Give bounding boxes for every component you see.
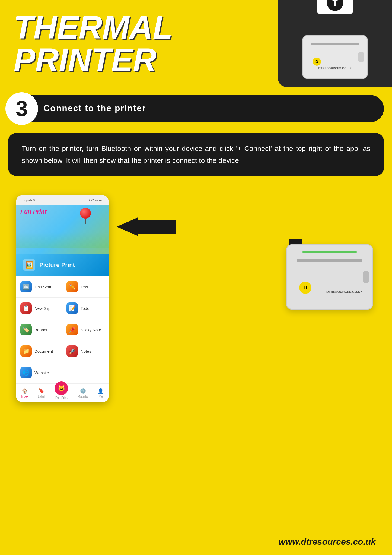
notes-label: Notes — [81, 349, 91, 354]
app-item-notes[interactable]: 🚀 Notes — [62, 340, 109, 362]
banner-label: Banner — [34, 327, 47, 332]
website-url: www.dtresources.co.uk — [279, 537, 376, 547]
printer-d-logo: D — [313, 58, 321, 66]
material-icon: ⚙️ — [80, 388, 86, 394]
nav-index[interactable]: 🏠 Index — [21, 388, 28, 398]
app-grid: 🔤 Text Scan ✏️ Text 📋 New Slip 📝 Todo 🏷️… — [16, 276, 109, 383]
todo-icon: 📝 — [66, 302, 78, 314]
index-icon: 🏠 — [22, 388, 28, 394]
app-item-new-slip[interactable]: 📋 New Slip — [16, 298, 62, 319]
description-box: Turn on the printer, turn Bluetooth on w… — [8, 133, 384, 176]
balloon-icon — [79, 208, 92, 224]
website-icon: 🌐 — [20, 367, 32, 378]
arrow-left-icon — [117, 217, 176, 236]
nav-me-label: Me — [99, 395, 103, 398]
printer-br-d-logo: D — [299, 282, 311, 294]
label-icon: 🔖 — [39, 388, 44, 394]
new-slip-icon: 📋 — [20, 302, 32, 314]
todo-label: Todo — [81, 306, 90, 311]
fun-print-logo: Fun Print — [20, 208, 47, 215]
nav-fun-print-label: Fun Print — [55, 396, 68, 399]
phone-mockup: English ∨ + Connect Fun Print 🖼️ Picture… — [16, 195, 109, 402]
website-label: Website — [34, 370, 49, 375]
text-scan-label: Text Scan — [34, 285, 52, 289]
printer-bottom-image: D DTRESOURCES.CO.UK — [278, 244, 381, 326]
printer-top-image: T D DTRESOURCES.CO.UK — [278, 0, 392, 87]
printer-paper-slot — [297, 259, 362, 262]
fun-print-cat-icon: 🐱 — [58, 385, 65, 392]
text-label: Text — [81, 285, 88, 289]
picture-print-icon: 🖼️ — [23, 259, 35, 271]
phone-bottom-nav: 🏠 Index 🔖 Label 🐱 Fun Print ⚙️ Material … — [16, 383, 109, 402]
page-title: THERMAL PRINTER — [14, 11, 173, 76]
app-item-todo[interactable]: 📝 Todo — [62, 298, 109, 319]
printer-t-logo: T — [327, 0, 343, 11]
printer-brand: DTRESOURCES.CO.UK — [318, 67, 352, 70]
app-item-text-scan[interactable]: 🔤 Text Scan — [16, 276, 62, 298]
picture-print-button[interactable]: 🖼️ Picture Print — [16, 254, 109, 276]
step-title: Connect to the printer — [43, 103, 372, 113]
document-icon: 📁 — [20, 345, 32, 357]
app-item-sticky-note[interactable]: 📌 Sticky Note — [62, 319, 109, 340]
nav-material-label: Material — [78, 395, 88, 398]
printer-br-button — [363, 271, 369, 283]
app-item-document[interactable]: 📁 Document — [16, 340, 62, 362]
text-icon: ✏️ — [66, 281, 78, 292]
nav-material[interactable]: ⚙️ Material — [78, 388, 88, 398]
new-slip-label: New Slip — [34, 306, 50, 311]
notes-icon: 🚀 — [66, 345, 78, 357]
banner-icon: 🏷️ — [20, 324, 32, 335]
svg-marker-0 — [117, 217, 176, 236]
printer-br-brand: DTRESOURCES.CO.UK — [326, 290, 363, 294]
language-selector[interactable]: English ∨ — [20, 198, 36, 202]
app-item-website[interactable]: 🌐 Website — [16, 362, 62, 383]
nav-label-label: Label — [38, 395, 45, 398]
step-number: 3 — [5, 92, 38, 125]
sticky-note-label: Sticky Note — [81, 327, 101, 332]
picture-print-label: Picture Print — [39, 261, 75, 269]
me-icon: 👤 — [98, 388, 104, 394]
phone-banner: Fun Print — [16, 205, 109, 254]
step-box: 3 Connect to the printer — [8, 95, 384, 122]
app-item-text[interactable]: ✏️ Text — [62, 276, 109, 298]
description-text: Turn on the printer, turn Bluetooth on w… — [22, 143, 370, 166]
document-label: Document — [34, 349, 53, 354]
nav-me[interactable]: 👤 Me — [98, 388, 104, 398]
sticky-note-icon: 📌 — [66, 324, 78, 335]
printer-green-strip — [302, 251, 357, 253]
banner-world — [16, 232, 109, 248]
text-scan-icon: 🔤 — [20, 281, 32, 292]
phone-header: English ∨ + Connect — [16, 195, 109, 205]
nav-index-label: Index — [21, 395, 28, 398]
nav-fun-print[interactable]: 🐱 Fun Print — [55, 387, 68, 399]
app-item-banner[interactable]: 🏷️ Banner — [16, 319, 62, 340]
nav-label[interactable]: 🔖 Label — [38, 388, 45, 398]
connect-button[interactable]: + Connect — [88, 198, 104, 202]
